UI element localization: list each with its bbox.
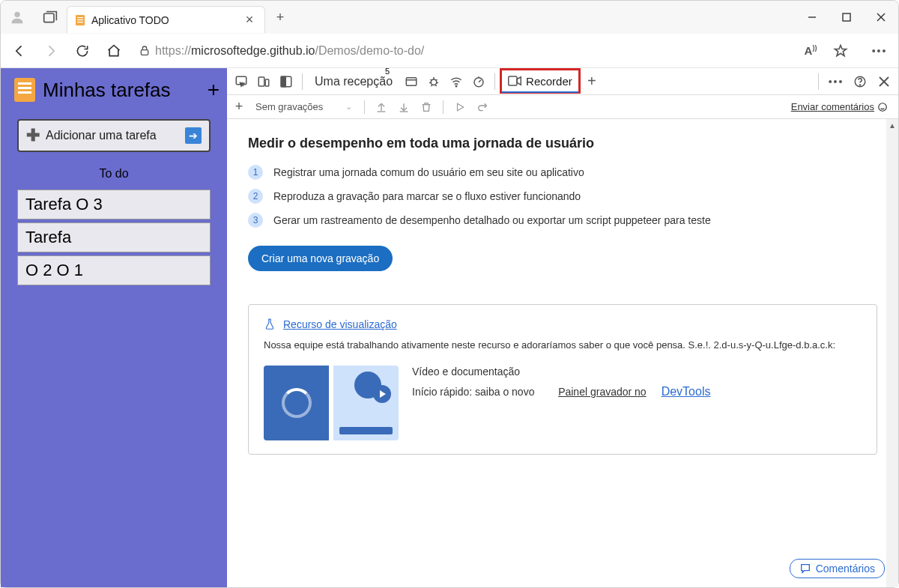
lock-icon (139, 45, 151, 57)
svg-rect-4 (77, 19, 83, 20)
task-item[interactable]: Tarefa O 3 (17, 190, 211, 219)
svg-rect-20 (509, 76, 517, 85)
clipboard-icon (14, 78, 35, 102)
close-icon[interactable]: × (242, 13, 257, 28)
panel-recorder-label: Painel gravador no (558, 386, 647, 398)
svg-rect-5 (77, 22, 83, 22)
address-bar[interactable]: https://microsoftedge.github.io/Demos/de… (131, 38, 862, 64)
video-docs-label: Vídeo e documentação (412, 366, 710, 378)
svg-rect-16 (406, 77, 417, 85)
step-text: Reproduza a gravação para marcar se o fl… (273, 190, 581, 202)
dock-icon[interactable] (275, 70, 297, 93)
expand-plus-icon[interactable]: + (208, 78, 220, 102)
step-number: 2 (248, 189, 263, 204)
feedback-icon (877, 102, 888, 112)
submit-arrow-button[interactable]: ➔ (185, 127, 202, 144)
media-thumbnail[interactable] (264, 366, 399, 440)
help-icon[interactable] (849, 70, 871, 93)
step-number: 3 (248, 213, 263, 228)
devtools-panel: Uma recepção 5 Recorder + ••• (227, 68, 898, 587)
close-window-button[interactable] (864, 1, 898, 34)
add-task-input[interactable]: ✚ Adicionar uma tarefa ➔ (17, 119, 211, 152)
dropdown-label: Sem gravações (255, 101, 323, 112)
preview-title[interactable]: Recurso de visualização (283, 318, 397, 330)
recorder-toolbar: + Sem gravações ⌄ Enviar comentários (227, 95, 898, 119)
app-header: Minhas tarefas + (1, 68, 227, 112)
preview-card: Recurso de visualização Nossa equipe est… (248, 304, 877, 455)
back-button[interactable] (5, 37, 34, 65)
svg-point-22 (859, 84, 860, 85)
task-list: Tarefa O 3 Tarefa O 2 O 1 (17, 190, 211, 285)
performance-icon[interactable] (467, 70, 490, 93)
tab-recorder[interactable]: Recorder (500, 68, 581, 94)
todo-app: Minhas tarefas + ✚ Adicionar uma tarefa … (1, 68, 227, 587)
svg-rect-15 (281, 76, 285, 87)
browser-tab[interactable]: Aplicativo TODO × (67, 6, 265, 33)
comments-button[interactable]: Comentários (790, 559, 885, 578)
network-icon[interactable] (445, 70, 467, 93)
clipboard-icon (75, 14, 85, 26)
scrollbar[interactable]: ▲ (886, 119, 898, 587)
minimize-button[interactable] (795, 1, 829, 34)
export-up-icon[interactable] (372, 98, 390, 116)
profile-button[interactable] (1, 1, 34, 34)
step-text: Registrar uma jornada comum do usuário e… (273, 166, 584, 178)
scroll-up-icon[interactable]: ▲ (888, 121, 897, 130)
svg-rect-12 (258, 77, 264, 86)
flask-icon (264, 318, 276, 330)
redo-icon[interactable] (473, 98, 491, 116)
svg-rect-3 (77, 17, 83, 18)
recorder-tab-label: Recorder (526, 75, 572, 88)
close-devtools-button[interactable] (873, 70, 895, 93)
elements-tab-icon[interactable] (400, 70, 423, 93)
import-down-icon[interactable] (395, 98, 413, 116)
recorder-body: ▲ Medir o desempenho em toda uma jornada… (227, 119, 898, 587)
device-toggle-icon[interactable] (252, 70, 275, 93)
favorite-button[interactable] (826, 37, 855, 65)
titlebar: Aplicativo TODO × + (1, 1, 898, 34)
create-recording-button[interactable]: Criar uma nova gravação (248, 246, 393, 271)
new-tab-button[interactable]: + (270, 7, 291, 28)
play-icon[interactable] (451, 98, 469, 116)
tab-actions-button[interactable] (34, 1, 67, 34)
forward-button[interactable] (37, 37, 65, 65)
svg-rect-7 (843, 13, 850, 21)
step-number: 1 (248, 165, 263, 180)
page-heading: Medir o desempenho em toda uma jornada d… (248, 136, 877, 151)
svg-rect-1 (44, 13, 54, 22)
section-label: To do (17, 167, 211, 181)
send-feedback-link[interactable]: Enviar comentários (791, 101, 894, 112)
address-toolbar: https://microsoftedge.github.io/Demos/de… (1, 34, 898, 68)
preview-desc: Nossa equipe está trabalhando ativamente… (264, 339, 862, 351)
video-icon (508, 76, 521, 86)
chevron-down-icon: ⌄ (345, 102, 352, 112)
tab-title: Aplicativo TODO (91, 14, 169, 26)
maximize-button[interactable] (829, 1, 864, 34)
quickstart-label: Início rápido: saiba o novo (412, 386, 534, 398)
delete-icon[interactable] (417, 98, 435, 116)
read-aloud-button[interactable]: A)) (796, 37, 825, 65)
svg-point-18 (455, 85, 457, 87)
more-button[interactable]: ••• (825, 70, 847, 93)
more-tabs-button[interactable]: + (581, 70, 603, 93)
svg-rect-13 (265, 79, 269, 86)
task-item[interactable]: Tarefa (17, 222, 211, 252)
inspect-icon[interactable] (230, 70, 252, 93)
refresh-button[interactable] (68, 37, 97, 65)
comments-label: Comentários (816, 563, 875, 575)
devtools-link[interactable]: DevTools (662, 385, 711, 398)
url-text: https://microsoftedge.github.io/Demos/de… (155, 44, 424, 58)
home-button[interactable] (100, 37, 128, 65)
svg-point-25 (879, 103, 887, 111)
bug-icon[interactable] (423, 70, 445, 93)
app-title: Minhas tarefas (43, 79, 171, 102)
devtools-tab-strip: Uma recepção 5 Recorder + ••• (227, 68, 898, 95)
step-text: Gerar um rastreamento de desempenho deta… (273, 214, 711, 226)
svg-point-0 (14, 12, 19, 17)
recordings-dropdown[interactable]: Sem gravações ⌄ (251, 98, 357, 116)
plus-icon: ✚ (26, 126, 40, 145)
chat-icon (799, 563, 811, 575)
task-item[interactable]: O 2 O 1 (17, 255, 211, 285)
settings-more-button[interactable]: ••• (865, 37, 894, 65)
add-recording-button[interactable]: + (231, 96, 246, 118)
